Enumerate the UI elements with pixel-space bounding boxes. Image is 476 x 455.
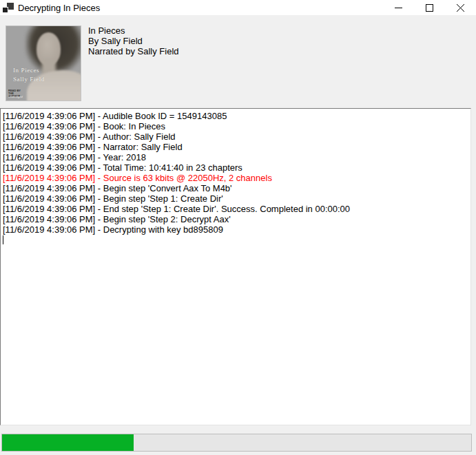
log-lines: [11/6/2019 4:39:06 PM] - Audible Book ID…: [3, 111, 469, 235]
book-title: In Pieces: [88, 25, 179, 36]
log-line: [11/6/2019 4:39:06 PM] - Begin step 'Ste…: [3, 214, 469, 224]
maximize-button[interactable]: [414, 0, 445, 15]
book-info: In Pieces By Sally Field Narrated by Sal…: [88, 25, 179, 56]
maximize-icon: [426, 4, 433, 12]
app-window: Decrypting In Pieces In Pieces Sally Fie…: [0, 0, 476, 455]
log-line: [11/6/2019 4:39:06 PM] - Narrator: Sally…: [3, 142, 469, 152]
minimize-icon: [395, 4, 402, 12]
log-line: [11/6/2019 4:39:06 PM] - Source is 63 kb…: [3, 173, 469, 183]
log-line: [11/6/2019 4:39:06 PM] - Begin step 'Con…: [3, 183, 469, 193]
progress-bar: [1, 434, 472, 452]
title-bar[interactable]: Decrypting In Pieces: [0, 0, 476, 15]
window-controls: [383, 0, 476, 15]
log-line: [11/6/2019 4:39:06 PM] - Decrypting with…: [3, 224, 469, 235]
log-line: [11/6/2019 4:39:06 PM] - Book: In Pieces: [3, 121, 469, 131]
log-line: [11/6/2019 4:39:06 PM] - Begin step 'Ste…: [3, 193, 469, 204]
window-title: Decrypting In Pieces: [18, 3, 100, 13]
minimize-button[interactable]: [383, 0, 414, 15]
progress-fill: [2, 434, 134, 451]
cover-art-shoulder: [27, 70, 81, 101]
log-line: [11/6/2019 4:39:06 PM] - Author: Sally F…: [3, 131, 469, 142]
text-caret: [3, 235, 3, 244]
cover-edition-text: Unabridged: [8, 96, 23, 98]
app-icon: [3, 2, 14, 13]
close-button[interactable]: [445, 0, 476, 15]
cover-author-text: Sally Field: [13, 76, 45, 83]
log-line: [11/6/2019 4:39:06 PM] - Audible Book ID…: [3, 111, 469, 121]
log-line: [11/6/2019 4:39:06 PM] - Year: 2018: [3, 152, 469, 162]
book-cover-image: In Pieces Sally Field READ BY THE AUTHOR…: [6, 25, 81, 101]
book-author: By Sally Field: [88, 36, 179, 46]
book-narrator: Narrated by Sally Field: [88, 46, 179, 56]
log-line: [11/6/2019 4:39:06 PM] - End step 'Step …: [3, 204, 469, 214]
close-icon: [457, 4, 464, 12]
log-line: [11/6/2019 4:39:06 PM] - Total Time: 10:…: [3, 162, 469, 173]
log-textbox[interactable]: [11/6/2019 4:39:06 PM] - Audible Book ID…: [0, 108, 471, 425]
cover-title-text: In Pieces: [13, 67, 39, 74]
